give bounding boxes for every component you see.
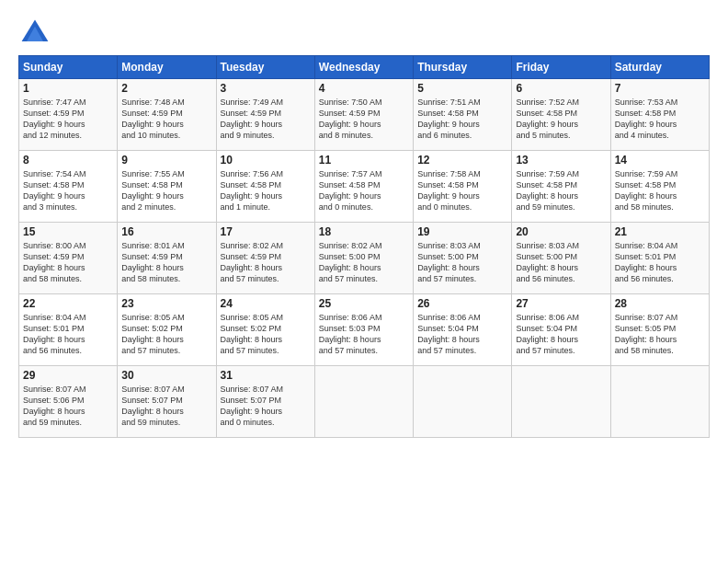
day-info: Sunrise: 7:47 AM Sunset: 4:59 PM Dayligh… — [23, 97, 113, 142]
day-info: Sunrise: 8:01 AM Sunset: 4:59 PM Dayligh… — [121, 240, 211, 285]
day-cell: 11Sunrise: 7:57 AM Sunset: 4:58 PM Dayli… — [314, 151, 413, 223]
day-info: Sunrise: 8:02 AM Sunset: 4:59 PM Dayligh… — [221, 240, 311, 285]
day-number: 18 — [319, 225, 409, 238]
day-cell: 23Sunrise: 8:05 AM Sunset: 5:02 PM Dayli… — [118, 294, 216, 366]
day-cell: 8Sunrise: 7:54 AM Sunset: 4:58 PM Daylig… — [19, 151, 118, 223]
header-cell-tuesday: Tuesday — [216, 56, 314, 79]
calendar-table: SundayMondayTuesdayWednesdayThursdayFrid… — [18, 55, 710, 438]
day-info: Sunrise: 7:52 AM Sunset: 4:58 PM Dayligh… — [516, 97, 606, 142]
day-info: Sunrise: 7:59 AM Sunset: 4:58 PM Dayligh… — [516, 168, 606, 213]
day-cell: 1Sunrise: 7:47 AM Sunset: 4:59 PM Daylig… — [19, 79, 118, 151]
day-number: 9 — [121, 154, 211, 167]
day-number: 25 — [319, 297, 409, 310]
day-number: 26 — [417, 297, 507, 310]
day-number: 27 — [516, 297, 606, 310]
day-number: 10 — [221, 154, 311, 167]
day-number: 29 — [23, 369, 113, 382]
day-info: Sunrise: 7:55 AM Sunset: 4:58 PM Dayligh… — [121, 168, 211, 213]
week-row-5: 29Sunrise: 8:07 AM Sunset: 5:06 PM Dayli… — [19, 366, 710, 438]
day-number: 7 — [615, 82, 705, 95]
day-number: 15 — [23, 225, 113, 238]
day-info: Sunrise: 7:49 AM Sunset: 4:59 PM Dayligh… — [221, 97, 311, 142]
day-info: Sunrise: 8:05 AM Sunset: 5:02 PM Dayligh… — [121, 312, 211, 357]
day-number: 28 — [615, 297, 705, 310]
day-cell: 7Sunrise: 7:53 AM Sunset: 4:58 PM Daylig… — [610, 79, 709, 151]
day-info: Sunrise: 7:58 AM Sunset: 4:58 PM Dayligh… — [417, 168, 507, 213]
page: SundayMondayTuesdayWednesdayThursdayFrid… — [0, 0, 728, 563]
day-cell: 18Sunrise: 8:02 AM Sunset: 5:00 PM Dayli… — [314, 223, 413, 294]
day-info: Sunrise: 8:06 AM Sunset: 5:03 PM Dayligh… — [319, 312, 409, 357]
day-cell: 24Sunrise: 8:05 AM Sunset: 5:02 PM Dayli… — [216, 294, 314, 366]
day-cell: 6Sunrise: 7:52 AM Sunset: 4:58 PM Daylig… — [512, 79, 610, 151]
week-row-1: 1Sunrise: 7:47 AM Sunset: 4:59 PM Daylig… — [19, 79, 710, 151]
day-info: Sunrise: 7:56 AM Sunset: 4:58 PM Dayligh… — [221, 168, 311, 213]
logo-icon — [18, 17, 51, 50]
header-row: SundayMondayTuesdayWednesdayThursdayFrid… — [19, 56, 710, 79]
day-info: Sunrise: 8:07 AM Sunset: 5:06 PM Dayligh… — [23, 384, 113, 429]
day-cell: 31Sunrise: 8:07 AM Sunset: 5:07 PM Dayli… — [216, 366, 314, 438]
day-cell: 19Sunrise: 8:03 AM Sunset: 5:00 PM Dayli… — [414, 223, 512, 294]
day-info: Sunrise: 7:50 AM Sunset: 4:59 PM Dayligh… — [319, 97, 409, 142]
header-cell-wednesday: Wednesday — [314, 56, 413, 79]
day-info: Sunrise: 8:07 AM Sunset: 5:07 PM Dayligh… — [221, 384, 311, 429]
day-cell — [414, 366, 512, 438]
day-info: Sunrise: 8:02 AM Sunset: 5:00 PM Dayligh… — [319, 240, 409, 285]
week-row-2: 8Sunrise: 7:54 AM Sunset: 4:58 PM Daylig… — [19, 151, 710, 223]
day-info: Sunrise: 8:04 AM Sunset: 5:01 PM Dayligh… — [23, 312, 113, 357]
day-cell: 2Sunrise: 7:48 AM Sunset: 4:59 PM Daylig… — [118, 79, 216, 151]
day-number: 8 — [23, 154, 113, 167]
day-cell: 10Sunrise: 7:56 AM Sunset: 4:58 PM Dayli… — [216, 151, 314, 223]
day-cell: 28Sunrise: 8:07 AM Sunset: 5:05 PM Dayli… — [610, 294, 709, 366]
day-number: 17 — [221, 225, 311, 238]
day-number: 19 — [417, 225, 507, 238]
calendar-body: 1Sunrise: 7:47 AM Sunset: 4:59 PM Daylig… — [19, 79, 710, 438]
day-number: 30 — [121, 369, 211, 382]
day-cell: 21Sunrise: 8:04 AM Sunset: 5:01 PM Dayli… — [610, 223, 709, 294]
header-cell-monday: Monday — [118, 56, 216, 79]
day-info: Sunrise: 8:03 AM Sunset: 5:00 PM Dayligh… — [417, 240, 507, 285]
day-number: 2 — [121, 82, 211, 95]
day-info: Sunrise: 8:03 AM Sunset: 5:00 PM Dayligh… — [516, 240, 606, 285]
day-cell: 16Sunrise: 8:01 AM Sunset: 4:59 PM Dayli… — [118, 223, 216, 294]
day-cell: 29Sunrise: 8:07 AM Sunset: 5:06 PM Dayli… — [19, 366, 118, 438]
day-cell: 25Sunrise: 8:06 AM Sunset: 5:03 PM Dayli… — [314, 294, 413, 366]
header-cell-thursday: Thursday — [414, 56, 512, 79]
day-info: Sunrise: 7:48 AM Sunset: 4:59 PM Dayligh… — [121, 97, 211, 142]
day-info: Sunrise: 7:57 AM Sunset: 4:58 PM Dayligh… — [319, 168, 409, 213]
day-number: 31 — [221, 369, 311, 382]
day-info: Sunrise: 8:04 AM Sunset: 5:01 PM Dayligh… — [615, 240, 705, 285]
day-info: Sunrise: 7:54 AM Sunset: 4:58 PM Dayligh… — [23, 168, 113, 213]
day-number: 12 — [417, 154, 507, 167]
day-info: Sunrise: 8:06 AM Sunset: 5:04 PM Dayligh… — [516, 312, 606, 357]
logo — [18, 17, 55, 50]
day-info: Sunrise: 8:07 AM Sunset: 5:05 PM Dayligh… — [615, 312, 705, 357]
day-number: 5 — [417, 82, 507, 95]
day-info: Sunrise: 8:05 AM Sunset: 5:02 PM Dayligh… — [221, 312, 311, 357]
day-number: 24 — [221, 297, 311, 310]
header — [18, 17, 710, 50]
day-info: Sunrise: 7:53 AM Sunset: 4:58 PM Dayligh… — [615, 97, 705, 142]
day-cell: 5Sunrise: 7:51 AM Sunset: 4:58 PM Daylig… — [414, 79, 512, 151]
day-cell: 14Sunrise: 7:59 AM Sunset: 4:58 PM Dayli… — [610, 151, 709, 223]
day-number: 11 — [319, 154, 409, 167]
day-cell — [512, 366, 610, 438]
day-info: Sunrise: 8:07 AM Sunset: 5:07 PM Dayligh… — [121, 384, 211, 429]
day-cell — [610, 366, 709, 438]
day-info: Sunrise: 7:59 AM Sunset: 4:58 PM Dayligh… — [615, 168, 705, 213]
day-info: Sunrise: 7:51 AM Sunset: 4:58 PM Dayligh… — [417, 97, 507, 142]
day-cell: 12Sunrise: 7:58 AM Sunset: 4:58 PM Dayli… — [414, 151, 512, 223]
day-number: 16 — [121, 225, 211, 238]
day-cell: 20Sunrise: 8:03 AM Sunset: 5:00 PM Dayli… — [512, 223, 610, 294]
day-cell: 30Sunrise: 8:07 AM Sunset: 5:07 PM Dayli… — [118, 366, 216, 438]
day-info: Sunrise: 8:06 AM Sunset: 5:04 PM Dayligh… — [417, 312, 507, 357]
day-number: 22 — [23, 297, 113, 310]
day-cell: 22Sunrise: 8:04 AM Sunset: 5:01 PM Dayli… — [19, 294, 118, 366]
day-cell: 4Sunrise: 7:50 AM Sunset: 4:59 PM Daylig… — [314, 79, 413, 151]
header-cell-sunday: Sunday — [19, 56, 118, 79]
day-info: Sunrise: 8:00 AM Sunset: 4:59 PM Dayligh… — [23, 240, 113, 285]
header-cell-saturday: Saturday — [610, 56, 709, 79]
day-cell: 15Sunrise: 8:00 AM Sunset: 4:59 PM Dayli… — [19, 223, 118, 294]
day-number: 6 — [516, 82, 606, 95]
day-number: 21 — [615, 225, 705, 238]
day-cell: 9Sunrise: 7:55 AM Sunset: 4:58 PM Daylig… — [118, 151, 216, 223]
